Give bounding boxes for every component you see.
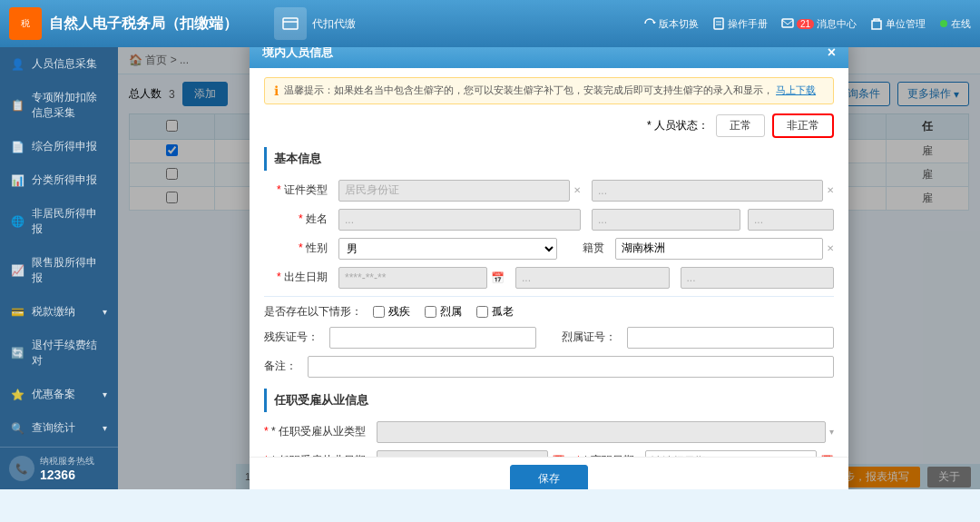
martyr-id-label: 烈属证号： [562, 330, 616, 345]
extra-name-fields [592, 209, 834, 231]
classified-icon: 📊 [11, 174, 24, 187]
name-extra-input1[interactable] [592, 209, 740, 231]
hometown-clear[interactable]: ✕ [827, 243, 834, 253]
hometown-input[interactable] [615, 238, 823, 260]
svg-rect-0 [283, 18, 298, 29]
preferential-label: 优惠备案 [32, 387, 75, 402]
birth-extra-input[interactable] [515, 267, 670, 289]
top-nav: 代扣代缴 [274, 7, 356, 40]
employ-start-input[interactable]: 20... [377, 450, 548, 457]
content-area: 🏠 首页 > ... 总人数 3 添加 展开查询条件 更多操作 ▾ [118, 47, 980, 489]
modal-person-info: 境内人员信息 × ℹ 温馨提示：如果姓名当中包含生僻字的，您可以安装生僻字补丁包… [250, 47, 848, 489]
daikoudaikuan-icon[interactable] [274, 7, 307, 40]
disability-id-input[interactable] [329, 327, 536, 349]
sidebar-item-personnel[interactable]: 👤 人员信息采集 [0, 47, 118, 81]
svg-rect-6 [872, 21, 881, 29]
message-badge: 21 [797, 19, 814, 29]
nonresident-icon: 🌐 [11, 215, 24, 228]
id-type-clear[interactable]: ✕ [573, 185, 581, 195]
modal-overlay: 境内人员信息 × ℹ 温馨提示：如果姓名当中包含生僻字的，您可以安装生僻字补丁包… [118, 47, 980, 489]
abnormal-status-button[interactable]: 非正常 [772, 113, 834, 138]
modal-close-button[interactable]: × [828, 47, 836, 61]
martyr-check-item[interactable]: 烈属 [425, 304, 462, 320]
restricted-label: 限售股所得申报 [32, 255, 107, 286]
normal-status-button[interactable]: 正常 [716, 114, 765, 137]
birth-extra-input2[interactable] [681, 267, 835, 289]
sidebar: 👤 人员信息采集 📋 专项附加扣除信息采集 📄 综合所得申报 📊 分类所得申报 … [0, 47, 118, 489]
hotline-info: 纳税服务热线 12366 [40, 455, 94, 482]
gender-label: 性别 [264, 241, 328, 256]
refund-icon: 🔄 [11, 347, 24, 359]
employ-type-label: * 任职受雇从业类型 [264, 424, 366, 439]
birth-extra-field2 [681, 267, 835, 289]
sidebar-item-preferential[interactable]: ⭐ 优惠备案 ▾ [0, 378, 118, 411]
sidebar-item-tax-payment[interactable]: 💳 税款缴纳 ▾ [0, 295, 118, 329]
logo-text: 税 [21, 17, 30, 30]
online-status[interactable]: 在线 [939, 17, 971, 31]
employment-title: 任职受雇从业信息 [264, 389, 834, 412]
id-type-input[interactable] [338, 180, 570, 202]
employ-type-chevron[interactable]: ▾ [829, 427, 834, 437]
hometown-label: 籍贯 [568, 241, 604, 256]
sidebar-wrapper: 👤 人员信息采集 📋 专项附加扣除信息采集 📄 综合所得申报 📊 分类所得申报 … [0, 47, 118, 489]
sidebar-footer: 📞 纳税服务热线 12366 [0, 447, 118, 489]
sidebar-item-special[interactable]: 📋 专项附加扣除信息采集 [0, 81, 118, 130]
company-manage[interactable]: 单位管理 [870, 17, 926, 31]
sidebar-item-comprehensive[interactable]: 📄 综合所得申报 [0, 130, 118, 163]
modal-footer: 保存 [250, 457, 848, 490]
martyr-checkbox[interactable] [425, 306, 436, 318]
gender-select[interactable]: 男 女 [338, 238, 557, 260]
employ-start-field: 20... 📅 [377, 450, 565, 457]
sidebar-item-query[interactable]: 🔍 查询统计 ▾ [0, 411, 118, 445]
version-switch[interactable]: 版本切换 [643, 17, 699, 31]
notes-input[interactable] [308, 356, 834, 378]
hotline-icon: 📞 [9, 456, 34, 481]
form-row-birth: 出生日期 📅 [264, 267, 834, 289]
manual[interactable]: 操作手册 [712, 17, 768, 31]
query-icon: 🔍 [11, 422, 24, 435]
lonely-check-item[interactable]: 孤老 [476, 304, 514, 320]
topbar-actions: 版本切换 操作手册 21 消息中心 单位管理 在线 [643, 17, 971, 31]
birth-input[interactable] [338, 267, 487, 289]
modal-body: ℹ 温馨提示：如果姓名当中包含生僻字的，您可以安装生僻字补丁包，安装完成后即可支… [250, 68, 848, 457]
calendar-icon[interactable]: 📅 [491, 271, 505, 284]
name-extra-input2[interactable] [748, 209, 834, 231]
lonely-check-label: 孤老 [492, 304, 514, 320]
nonresident-label: 非居民所得申报 [32, 206, 107, 237]
id-number-clear[interactable]: ✕ [827, 185, 834, 195]
disability-checkbox[interactable] [373, 306, 385, 318]
employ-type-input[interactable]: 雇员 [377, 421, 826, 443]
hometown-field: ✕ [615, 238, 834, 260]
name-field [338, 209, 581, 231]
manual-label: 操作手册 [728, 17, 768, 31]
notes-label: 备注： [264, 359, 297, 374]
sidebar-item-refund[interactable]: 🔄 退付手续费结对 [0, 329, 118, 378]
online-label: 在线 [951, 17, 971, 31]
nav-label: 代扣代缴 [312, 16, 356, 32]
disability-check-label: 残疾 [388, 304, 410, 320]
notice-icon: ℹ [274, 84, 279, 98]
id-number-area: ✕ [592, 180, 834, 202]
notice-download-link[interactable]: 马上下载 [776, 84, 816, 95]
comprehensive-label: 综合所得申报 [32, 139, 97, 154]
sidebar-item-classified[interactable]: 📊 分类所得申报 [0, 163, 118, 197]
sidebar-item-restricted[interactable]: 📈 限售股所得申报 [0, 246, 118, 295]
disability-check-item[interactable]: 残疾 [373, 304, 410, 320]
disability-id-label: 残疾证号： [264, 330, 318, 345]
save-button[interactable]: 保存 [510, 465, 588, 490]
form-divider [264, 296, 834, 297]
id-type-label: 证件类型 [264, 182, 328, 198]
svg-rect-2 [714, 18, 723, 29]
message-label: 消息中心 [817, 17, 857, 31]
notice-content: 温馨提示：如果姓名当中包含生僻字的，您可以安装生僻字补丁包，安装完成后即可支持生… [284, 84, 773, 95]
name-input[interactable] [338, 209, 581, 231]
hotline-label: 纳税服务热线 [40, 455, 94, 468]
employ-end-input[interactable] [645, 450, 817, 457]
lonely-checkbox[interactable] [476, 306, 488, 318]
basic-info-section: 基本信息 证件类型 ✕ ✕ [264, 147, 834, 378]
martyr-id-input[interactable] [627, 327, 834, 349]
message-center[interactable]: 21 消息中心 [781, 17, 857, 31]
disability-label: 是否存在以下情形： [264, 304, 362, 320]
sidebar-item-nonresident[interactable]: 🌐 非居民所得申报 [0, 197, 118, 246]
id-number-input[interactable] [592, 180, 823, 202]
